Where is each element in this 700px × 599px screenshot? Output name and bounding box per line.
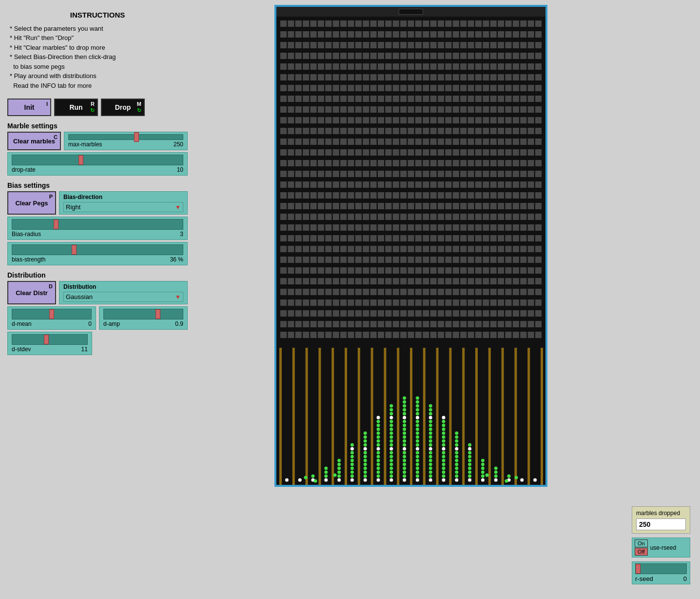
marble-top-row: C Clear marbles max-marbles 250 [7,132,188,150]
clear-marbles-shortcut: C [54,134,58,140]
marble-settings-label: Marble settings [7,122,188,130]
d-mean-slider[interactable] [12,309,92,319]
d-amp-value: 0.9 [166,320,183,327]
toggle-on-button[interactable]: On [635,539,648,547]
bias-strength-slider[interactable] [12,244,183,255]
clear-pegs-shortcut: P [49,194,53,200]
d-stdev-slider[interactable] [12,334,88,345]
rseed-panel: r-seed 0 [632,561,690,584]
d-amp-slider[interactable] [103,309,183,319]
drop-rate-value: 10 [166,166,183,173]
marbles-dropped-value: 250 [636,519,686,530]
d-amp-panel: d-amp 0.9 [99,306,188,330]
drop-shortcut: M [137,101,141,107]
clear-marbles-button[interactable]: C Clear marbles [7,132,61,150]
d-stdev-value: 11 [71,346,88,353]
toggle-off-button[interactable]: Off [635,548,648,556]
distribution-sliders-row: d-mean 0 d-amp 0.9 [7,306,188,330]
d-stdev-panel: d-stdev 11 [7,332,92,355]
bias-strength-panel: bias-strength 36 % [7,242,188,265]
bias-direction-panel: Bias-direction Right ▼ [59,191,188,215]
marbles-dropped-box: marbles dropped 250 [632,506,690,534]
drop-icon: ↻ [137,107,141,114]
distribution-arrow: ▼ [175,294,181,300]
d-stdev-label: d-stdev [12,346,71,353]
run-icon: ↻ [90,107,95,114]
sim-top-bar [276,7,545,17]
max-marbles-slider[interactable] [68,134,183,140]
marble-settings-section: Marble settings C Clear marbles max-marb… [7,120,188,176]
right-panel: marbles dropped 250 On Off use-rseed r-s… [632,5,695,594]
clear-distr-shortcut: D [49,283,53,289]
init-shortcut: I [46,101,48,107]
simulation-canvas[interactable] [276,17,545,485]
bias-radius-panel: Bias-radius 3 [7,217,188,240]
drop-rate-label: drop-rate [12,166,166,173]
distribution-panel: Distribution Gaussian ▼ [59,281,188,304]
bias-settings-section: Bias settings P Clear Pegs Bias-directio… [7,180,188,265]
bias-direction-arrow: ▼ [175,204,181,211]
instructions: INSTRUCTIONS * Select the parameters you… [7,7,188,93]
toggle-group: On Off [635,539,648,556]
bias-settings-label: Bias settings [7,181,188,189]
rseed-value: 0 [683,575,687,582]
run-button[interactable]: R Run ↻ [54,99,98,116]
bias-direction-label: Bias-direction [63,194,183,200]
bias-radius-value: 3 [166,231,183,238]
main-buttons-row: I Init R Run ↻ M Drop ↻ [7,99,188,116]
clear-distr-button[interactable]: D Clear Distr [7,281,56,304]
max-marbles-label: max-marbles [68,141,166,148]
left-panel: INSTRUCTIONS * Select the parameters you… [5,5,190,594]
d-mean-panel: d-mean 0 [7,306,96,330]
use-rseed-panel: On Off use-rseed [632,538,690,558]
instructions-title: INSTRUCTIONS [10,10,185,21]
distribution-select[interactable]: Gaussian ▼ [63,292,183,302]
bias-strength-value: 36 % [166,256,183,263]
max-marbles-value: 250 [166,141,183,148]
sim-top-notch [399,9,423,15]
rseed-label: r-seed [635,575,653,582]
d-mean-value: 0 [75,320,92,327]
distribution-section-label: Distribution [7,271,188,279]
d-mean-label: d-mean [12,320,75,327]
rseed-slider[interactable] [635,563,687,574]
use-rseed-label: use-rseed [650,544,676,551]
drop-button[interactable]: M Drop ↻ [101,99,145,116]
drop-rate-slider[interactable] [12,155,183,165]
center-panel [195,5,627,594]
bias-top-row: P Clear Pegs Bias-direction Right ▼ [7,191,188,215]
marbles-dropped-label: marbles dropped [636,510,686,517]
rseed-row: r-seed 0 [635,575,687,582]
init-button[interactable]: I Init [7,99,51,116]
bias-direction-select[interactable]: Right ▼ [63,202,183,212]
drop-rate-panel: drop-rate 10 [7,152,188,176]
d-amp-label: d-amp [103,320,166,327]
bias-radius-slider[interactable] [12,219,183,230]
max-marbles-panel: max-marbles 250 [64,132,188,150]
clear-pegs-button[interactable]: P Clear Pegs [7,191,56,215]
distribution-section: Distribution D Clear Distr Distribution … [7,269,188,355]
distribution-top-row: D Clear Distr Distribution Gaussian ▼ [7,281,188,304]
instructions-text: * Select the parameters you want * Hit "… [10,24,185,91]
simulation-container[interactable] [274,5,547,487]
run-shortcut: R [91,101,95,107]
bias-strength-label: bias-strength [12,256,166,263]
distribution-label: Distribution [63,283,183,290]
bias-radius-label: Bias-radius [12,231,166,238]
